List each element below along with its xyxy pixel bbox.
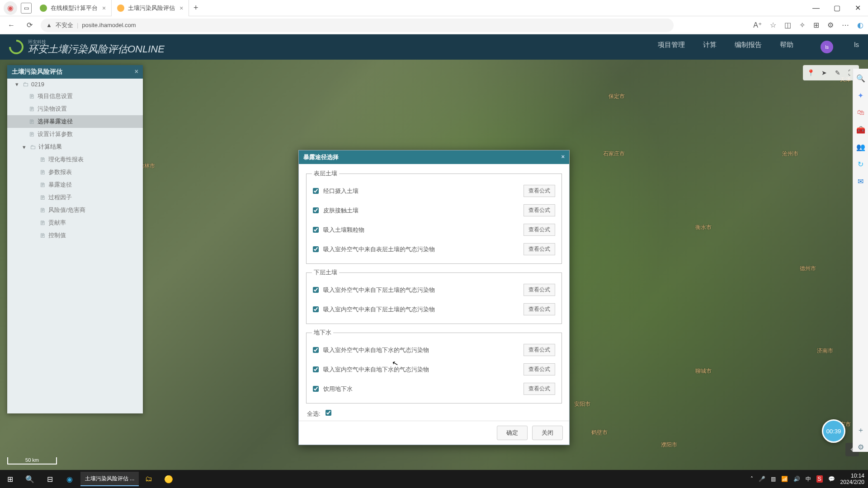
add-icon[interactable]: ＋ — [856, 426, 865, 435]
tree-item-physchem[interactable]: 🖹理化毒性报表 — [7, 153, 143, 166]
read-aloud-icon[interactable]: A⁺ — [753, 21, 762, 29]
chrome-icon[interactable]: 🟡 — [159, 470, 179, 488]
path-checkbox[interactable] — [313, 347, 319, 353]
path-label: 经口摄入土壤 — [323, 187, 524, 195]
tree-results-root[interactable]: ▾🗀计算结果 — [7, 141, 143, 153]
path-row: 吸入室外空气中来自下层土壤的气态污染物 查看公式 — [312, 280, 556, 300]
side-panel: 土壤污染风险评估 × ▾🗀0219 🖹项目信息设置 🖹污染物设置 🖹选择暴露途径… — [7, 65, 143, 413]
tree-item-process-factor[interactable]: 🖹过程因子 — [7, 191, 143, 204]
new-tab-button[interactable]: + — [189, 3, 203, 13]
clock[interactable]: 10:14 2024/2/20 — [840, 473, 864, 486]
close-icon[interactable]: × — [102, 5, 106, 12]
explorer-icon[interactable]: 🗂 — [139, 470, 159, 488]
path-checkbox[interactable] — [313, 287, 319, 293]
recording-timer[interactable]: 00:39 — [822, 419, 845, 443]
view-formula-button[interactable]: 查看公式 — [524, 185, 555, 197]
profile-icon[interactable]: ◉ — [4, 1, 17, 15]
tree-item-param-report[interactable]: 🖹参数报表 — [7, 166, 143, 178]
chat-icon[interactable]: ✦ — [856, 91, 865, 100]
tab-manager-icon[interactable]: ▭ — [21, 3, 32, 14]
search-icon[interactable]: 🔍 — [856, 74, 865, 83]
pointer-icon[interactable]: ➤ — [818, 67, 830, 79]
path-checkbox[interactable] — [313, 227, 319, 233]
view-formula-button[interactable]: 查看公式 — [524, 284, 555, 296]
battery-icon[interactable]: ▥ — [771, 476, 776, 482]
path-row: 吸入室外空气中来自地下水的气态污染物 查看公式 — [312, 340, 556, 360]
task-view-button[interactable]: ⊟ — [40, 470, 60, 488]
collections-icon[interactable]: ✧ — [799, 21, 805, 29]
refresh-button[interactable]: ⟳ — [23, 21, 36, 29]
favicon-icon — [117, 5, 124, 12]
tab-model-platform[interactable]: 在线模型计算平台 × — [34, 0, 112, 16]
pin-icon[interactable]: 📍 — [805, 67, 816, 79]
select-all-checkbox[interactable] — [326, 410, 331, 416]
tree-project-root[interactable]: ▾🗀0219 — [7, 79, 143, 90]
ok-button[interactable]: 确定 — [497, 426, 528, 440]
ime-icon[interactable]: 中 — [806, 475, 811, 483]
url-box[interactable]: ▲ 不安全 | posite.ihamodel.com — [41, 19, 674, 32]
tree-item-exposure-path[interactable]: 🖹暴露途径 — [7, 178, 143, 191]
mic-icon[interactable]: 🎤 — [759, 476, 765, 482]
nav-help[interactable]: 帮助 — [780, 41, 793, 53]
edge-taskbar-icon[interactable]: ◉ — [60, 470, 80, 488]
extensions-icon[interactable]: ⊞ — [813, 21, 819, 29]
map-city-label: 衡水市 — [695, 224, 712, 231]
tree-item-info[interactable]: 🖹项目信息设置 — [7, 90, 143, 103]
avatar[interactable]: ls — [821, 41, 833, 53]
tree-item-control[interactable]: 🖹控制值 — [7, 229, 143, 242]
path-checkbox[interactable] — [313, 386, 319, 392]
shopping-icon[interactable]: 🛍 — [856, 108, 865, 117]
minimize-button[interactable]: — — [806, 0, 826, 16]
wifi-icon[interactable]: 📶 — [781, 476, 788, 482]
performance-icon[interactable]: ⚙ — [827, 21, 834, 29]
path-checkbox[interactable] — [313, 366, 319, 372]
tree-item-pollutant[interactable]: 🖹污染物设置 — [7, 103, 143, 115]
path-checkbox[interactable] — [313, 306, 319, 312]
tab-soil-risk[interactable]: 土壤污染风险评估 × — [112, 0, 189, 16]
copilot-icon[interactable]: ◐ — [857, 21, 863, 29]
close-button[interactable]: 关闭 — [532, 426, 563, 440]
start-button[interactable]: ⊞ — [0, 470, 20, 488]
settings-icon[interactable]: ⚙ — [856, 443, 865, 452]
modal-header[interactable]: 暴露途径选择 × — [299, 150, 569, 164]
tree-item-exposure-select[interactable]: 🖹选择暴露途径 — [7, 115, 143, 128]
nav-project[interactable]: 项目管理 — [658, 41, 685, 53]
ime-brand-icon[interactable]: S — [816, 475, 823, 483]
split-icon[interactable]: ◫ — [784, 21, 791, 29]
chevron-up-icon[interactable]: ˄ — [750, 476, 753, 482]
view-formula-button[interactable]: 查看公式 — [524, 303, 555, 315]
view-formula-button[interactable]: 查看公式 — [524, 363, 555, 375]
view-formula-button[interactable]: 查看公式 — [524, 344, 555, 356]
edit-icon[interactable]: ✎ — [832, 67, 844, 79]
outlook-icon[interactable]: ✉ — [856, 177, 865, 186]
close-icon[interactable]: × — [179, 5, 183, 12]
people-icon[interactable]: 👥 — [856, 143, 865, 152]
notifications-icon[interactable]: 💬 — [828, 476, 835, 482]
tree-item-calc-params[interactable]: 🖹设置计算参数 — [7, 128, 143, 141]
volume-icon[interactable]: 🔊 — [793, 476, 800, 482]
taskbar-app-pill[interactable]: 土壤污染风险评估 ... — [80, 472, 139, 486]
path-row: 吸入室内空气中来自地下水的气态污染物 查看公式 — [312, 360, 556, 379]
view-formula-button[interactable]: 查看公式 — [524, 243, 555, 255]
nav-calc[interactable]: 计算 — [703, 41, 717, 53]
nav-report[interactable]: 编制报告 — [735, 41, 762, 53]
close-window-button[interactable]: ✕ — [847, 0, 868, 16]
tree-item-risk-hazard[interactable]: 🖹风险值/危害商 — [7, 204, 143, 216]
map-canvas[interactable]: 天津 保定市 石家庄市 沧州市 衡水市 德州市 济南市 聊城市 泰安市 榆林市 … — [0, 60, 868, 470]
tree-item-contribution[interactable]: 🖹贡献率 — [7, 216, 143, 229]
search-button[interactable]: 🔍 — [20, 470, 40, 488]
view-formula-button[interactable]: 查看公式 — [524, 224, 555, 236]
loop-icon[interactable]: ↻ — [856, 160, 865, 169]
path-checkbox[interactable] — [313, 207, 319, 213]
path-checkbox[interactable] — [313, 188, 319, 194]
close-icon[interactable]: × — [561, 153, 565, 161]
view-formula-button[interactable]: 查看公式 — [524, 383, 555, 395]
favorite-icon[interactable]: ☆ — [770, 21, 776, 29]
path-checkbox[interactable] — [313, 246, 319, 252]
back-button[interactable]: ← — [5, 21, 18, 29]
toolbox-icon[interactable]: 🧰 — [856, 126, 865, 135]
close-icon[interactable]: × — [135, 68, 138, 76]
view-formula-button[interactable]: 查看公式 — [524, 204, 555, 216]
maximize-button[interactable]: ▢ — [826, 0, 847, 16]
menu-icon[interactable]: ⋯ — [842, 21, 849, 29]
